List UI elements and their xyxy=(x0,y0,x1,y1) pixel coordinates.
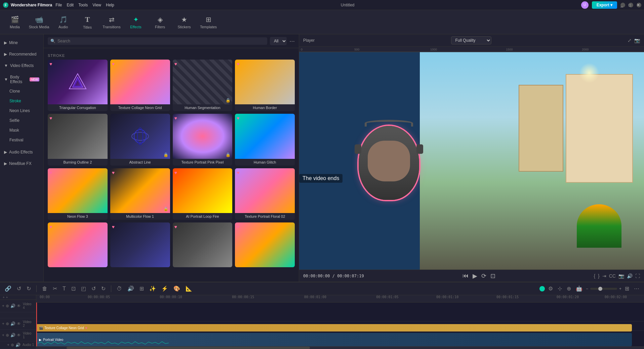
ai-button[interactable]: ✨ xyxy=(148,285,157,292)
menu-help[interactable]: Help xyxy=(106,3,114,7)
filter-dropdown[interactable]: All xyxy=(270,37,287,45)
tool-filters[interactable]: ◈ Filters xyxy=(149,11,171,33)
snap-button[interactable]: ⊹ xyxy=(556,285,563,292)
menu-edit[interactable]: Edit xyxy=(67,3,74,7)
sidebar-item-neon-lines[interactable]: Neon Lines xyxy=(1,106,42,115)
subtitle-icon[interactable]: CC xyxy=(609,273,616,279)
effect-card-texture-portrait-pink-pixel[interactable]: ♥ 🔒 Texture Portrait Pink Pixel xyxy=(173,114,233,165)
menu-view[interactable]: View xyxy=(92,3,101,7)
tool-audio[interactable]: 🎵 Audio xyxy=(52,11,75,33)
settings-tl-button[interactable]: ⚙ xyxy=(547,285,554,292)
rotate-left-button[interactable]: ↺ xyxy=(90,285,97,292)
user-avatar[interactable]: U xyxy=(581,1,589,9)
more-options-button[interactable]: ⋯ xyxy=(289,38,295,44)
export-button[interactable]: Export ▾ xyxy=(592,1,617,9)
search-input[interactable] xyxy=(57,39,265,43)
undo-button[interactable]: ↺ xyxy=(15,285,23,292)
track-audio1-duplicate[interactable]: ⊕ xyxy=(11,343,14,347)
track-video2-audio[interactable]: 🔊 xyxy=(10,321,15,326)
pip-button[interactable]: ⊞ xyxy=(138,285,145,292)
track-video1-add[interactable]: + xyxy=(2,333,4,338)
menu-file[interactable]: File xyxy=(55,3,62,7)
effect-card-ai-portrait-loop-fire[interactable]: ♥ AI Portrait Loop Fire xyxy=(173,168,233,220)
effect-card-abstract-line[interactable]: 🔒 Abstract Line xyxy=(110,114,170,165)
sidebar-item-clone[interactable]: Clone xyxy=(1,86,42,96)
tool-transitions[interactable]: ⇄ Transitions xyxy=(100,11,123,33)
effect-card-texture-collage-neon-grid[interactable]: ♥ Texture Collage Neon Grid xyxy=(110,60,170,111)
scrollbar-thumb[interactable] xyxy=(67,347,310,349)
text-button[interactable]: T xyxy=(61,285,67,292)
track-video4-add[interactable]: + xyxy=(2,304,4,308)
effect-card-r3-2[interactable]: ♥ xyxy=(110,222,170,267)
loop-button[interactable]: ⟳ xyxy=(481,272,486,280)
effect-card-triangular-corrugation[interactable]: ♥ Triangular Corrugation xyxy=(48,60,108,111)
audio-tl-button[interactable]: 🔊 xyxy=(126,285,135,292)
tool-titles[interactable]: T Titles xyxy=(76,11,99,33)
effect-card-human-glitch[interactable]: ♥ Human Glitch xyxy=(235,114,295,165)
sidebar-item-festival[interactable]: Festival xyxy=(1,135,42,145)
stabilize-button[interactable]: 📐 xyxy=(184,285,194,292)
track-audio1-audio[interactable]: 🔊 xyxy=(15,343,21,347)
speed-button[interactable]: ⚡ xyxy=(160,285,169,292)
effect-card-r3-1[interactable]: ♥ xyxy=(48,222,108,267)
track-video2-add[interactable]: + xyxy=(2,321,4,326)
track-audio1-add[interactable]: + xyxy=(7,343,9,347)
track-video1-eye[interactable]: 👁 xyxy=(17,333,21,338)
timer-button[interactable]: ⏱ xyxy=(115,285,123,292)
tool-stickers[interactable]: ★ Stickers xyxy=(173,11,196,33)
effect-card-burning-outline-2[interactable]: ♥ Burning Outline 2 xyxy=(48,114,108,165)
bracket-in-icon[interactable]: { xyxy=(594,273,595,279)
volume-icon[interactable]: 🔊 xyxy=(627,273,633,279)
sidebar-mine-header[interactable]: ▶ Mine xyxy=(0,38,43,47)
track-video2-duplicate[interactable]: ⊕ xyxy=(6,321,9,326)
sidebar-item-mask[interactable]: Mask xyxy=(1,126,42,135)
add-track-icon[interactable]: + xyxy=(3,295,5,299)
tool-effects[interactable]: ✦ Effects xyxy=(124,11,147,33)
link-clip-button[interactable]: 🔗 xyxy=(3,285,13,292)
track-video1-audio[interactable]: 🔊 xyxy=(10,333,15,338)
effect-bar[interactable]: 🎬 Texture Collage Neon Grid ♥ xyxy=(36,324,632,331)
sidebar-video-effects-header[interactable]: ▼ Video Effects xyxy=(0,61,43,70)
maximize-button[interactable]: □ xyxy=(629,3,633,7)
track-video4-eye[interactable]: 👁 xyxy=(17,304,21,308)
expand-icon[interactable]: ⤢ xyxy=(628,38,632,43)
tool-media[interactable]: 🎬 Media xyxy=(3,11,26,33)
step-back-button[interactable]: ⏮ xyxy=(462,272,469,279)
crop-tl-button[interactable]: ⊡ xyxy=(70,285,77,292)
tool-templates[interactable]: ⊞ Templates xyxy=(197,11,220,33)
zoom-handle[interactable] xyxy=(598,287,602,291)
effect-card-human-border[interactable]: ♥ Human Border xyxy=(235,60,295,111)
track-video4-duplicate[interactable]: ⊕ xyxy=(6,304,9,308)
effect-card-neon-flow-3[interactable]: ♥ Neon Flow 3 xyxy=(48,168,108,220)
zoom-slider[interactable] xyxy=(590,288,617,290)
quality-selector[interactable]: Full Quality Half Quality Quarter Qualit… xyxy=(451,36,491,44)
color-button[interactable]: 🎨 xyxy=(172,285,182,292)
marker-button[interactable]: ⊕ xyxy=(565,285,572,292)
sidebar-newblue-header[interactable]: ▶ NewBlue FX xyxy=(0,159,43,168)
minimize-button[interactable]: ⎯ xyxy=(620,3,625,7)
sidebar-body-effects-header[interactable]: ▼ Body Effects NEW xyxy=(0,73,43,86)
bracket-out-icon[interactable]: } xyxy=(598,273,600,279)
track-video4-audio[interactable]: 🔊 xyxy=(10,304,15,308)
video2-bar[interactable]: ▶ Portrait Video xyxy=(36,333,632,346)
fullscreen-icon[interactable]: ⛶ xyxy=(635,273,640,279)
zoom-plus-icon[interactable]: + xyxy=(619,286,621,291)
tool-stock-media[interactable]: 📹 Stock Media xyxy=(28,11,50,33)
delete-button[interactable]: 🗑 xyxy=(41,285,49,292)
rotate-right-button[interactable]: ↻ xyxy=(100,285,107,292)
effect-card-r3-4[interactable]: ♥ xyxy=(235,222,295,267)
close-button[interactable]: ✕ xyxy=(637,3,641,7)
timeline-scrollbar[interactable] xyxy=(36,346,644,349)
sidebar-recommended-header[interactable]: ▶ Recommended xyxy=(0,50,43,59)
grid-tl-button[interactable]: ⊞ xyxy=(623,285,631,292)
step-fwd-icon[interactable]: ⇥ xyxy=(602,273,606,279)
track-video1-duplicate[interactable]: ⊕ xyxy=(6,333,9,338)
crop-button[interactable]: ⊡ xyxy=(490,272,495,280)
more-tl-button[interactable]: ⋯ xyxy=(633,285,641,292)
screenshot-icon[interactable]: 📷 xyxy=(634,38,640,43)
menu-tools[interactable]: Tools xyxy=(78,3,88,7)
sidebar-audio-effects-header[interactable]: ▶ Audio Effects xyxy=(0,148,43,156)
sidebar-item-stroke[interactable]: Stroke xyxy=(1,96,42,106)
effect-card-texture-portrait-floral-02[interactable]: ♥ Texture Portrait Floral 02 xyxy=(235,168,295,220)
track-video2-eye[interactable]: 👁 xyxy=(17,321,21,326)
